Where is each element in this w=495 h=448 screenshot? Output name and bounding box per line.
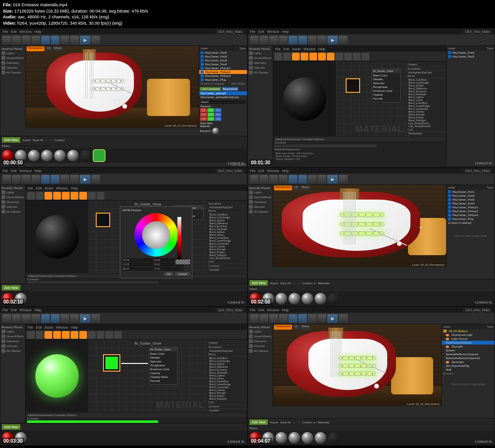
material-preview[interactable] <box>273 61 336 136</box>
mat-mobile-stats-button[interactable] <box>362 53 369 60</box>
source-control-button[interactable] <box>12 36 21 44</box>
outliner-item[interactable]: RayCaster_Fret1 <box>199 51 247 55</box>
mat-apply-button[interactable] <box>292 53 300 60</box>
outliner-item[interactable]: RayCaster_Plug <box>199 78 247 82</box>
cp-cancel-button[interactable]: Cancel <box>175 272 190 276</box>
lit-button[interactable]: Lit <box>45 46 51 51</box>
material-thumb[interactable] <box>28 150 40 161</box>
menu-help[interactable]: Help <box>34 30 41 33</box>
outliner-item[interactable]: RayCaster_Pickup2 <box>199 70 247 74</box>
blueprints-button[interactable] <box>51 36 59 44</box>
type-header[interactable]: Type <box>239 47 246 50</box>
search-details[interactable]: Search <box>200 100 246 104</box>
filters-button[interactable]: Filters <box>2 145 10 147</box>
menu-bar: File Edit Window Help <box>0 29 247 34</box>
content-path[interactable]: Content <box>55 139 65 142</box>
material-thumb[interactable] <box>54 150 66 161</box>
save-button[interactable] <box>2 36 11 44</box>
placer-all[interactable]: All Classes <box>1 70 24 75</box>
frame-3: FileEditWindowHelp UE4_Intro_Mats ▶ Rece… <box>0 167 248 306</box>
placer-lights[interactable]: Lights <box>1 51 24 56</box>
material-thumb[interactable] <box>67 150 79 161</box>
menu-window[interactable]: Window <box>19 30 31 33</box>
video-value: h264, yuv420p, 1280x720, 340 kb/s, 30,00… <box>17 21 122 26</box>
const3vector-green[interactable] <box>103 354 120 372</box>
selected-component[interactable]: RayCaster_pickup3 <box>199 91 247 95</box>
mat-findincb-button[interactable] <box>283 53 291 60</box>
mat-connectors-button[interactable] <box>327 53 335 60</box>
mat-stats-button[interactable] <box>353 53 361 60</box>
frame-1: File Edit Window Help UE4_Intro_Mats ▶ R… <box>0 28 248 167</box>
level-info: Level: 04_01 (Persistent) <box>164 124 197 127</box>
placer-geometry[interactable]: Geometry <box>1 60 24 65</box>
cinematics-button[interactable] <box>60 36 69 44</box>
import-button[interactable]: Import <box>22 139 30 142</box>
color-wheel[interactable] <box>134 213 178 257</box>
show-button[interactable]: Show <box>53 46 63 51</box>
level-viewport[interactable]: Perspective Lit Show <box>26 46 199 128</box>
color-preview <box>175 260 190 264</box>
child-component[interactable]: RayCaster_pickup3(Instance) <box>199 95 247 99</box>
settings-button[interactable] <box>41 36 50 44</box>
material-palette: Category Atmosphere AtmosphericFogColor … <box>407 61 446 136</box>
view-options[interactable]: View Options <box>232 82 246 85</box>
place-actors-panel: Recently Placed Lights Visual Effects Ge… <box>248 46 273 167</box>
cp-g[interactable]: G 0.0 <box>122 262 153 266</box>
blueprint-button[interactable]: Blueprint/Add <box>222 87 238 91</box>
mat-cleanup-button[interactable] <box>318 53 326 60</box>
world-outliner: LabelType RayCaster_Fret1 RayCaster_Fret… <box>446 46 495 167</box>
cp-srgb[interactable]: sRGB Preview <box>122 209 190 212</box>
cp-b[interactable]: B 0.0 <box>122 267 153 271</box>
add-component-button[interactable]: + Add Component <box>200 87 221 91</box>
frame-5: FileEditWindowHelp UE4_Intro_Mats ▶ Rece… <box>0 306 248 446</box>
tab-title[interactable]: UE4_Intro_Mats <box>463 29 492 34</box>
outliner-item[interactable]: RayCaster_Fret4 <box>199 62 247 66</box>
transform-section[interactable]: Transform <box>200 105 246 108</box>
menu-edit[interactable]: Edit <box>11 30 16 33</box>
mat-save-button[interactable] <box>275 53 282 60</box>
menu-file[interactable]: File <box>2 30 8 33</box>
material-thumb[interactable] <box>80 150 92 161</box>
placer-volumes[interactable]: Volumes <box>1 65 24 70</box>
perspective-button[interactable]: Perspective <box>27 46 44 51</box>
material-graph[interactable]: M_Guitar_Glow Base Color Metallic Specul… <box>336 61 407 136</box>
label-header[interactable]: Label <box>201 47 208 50</box>
launch-button[interactable] <box>91 36 100 44</box>
placer-vfx[interactable]: Visual Effects <box>1 56 24 60</box>
add-new-button[interactable]: Add New <box>2 137 20 143</box>
material-thumb[interactable] <box>41 150 53 161</box>
light-icon <box>446 361 449 363</box>
save-all-button[interactable]: Save All <box>32 139 43 142</box>
tab-title[interactable]: UE4_Intro_Mats <box>216 29 244 34</box>
content-button[interactable] <box>22 36 30 44</box>
cp-v[interactable]: V 0.0 <box>153 267 184 271</box>
outliner-item[interactable]: RayCaster_Fret3 <box>199 58 247 62</box>
outliner-item[interactable]: RayCaster_Pickup3 <box>199 74 247 78</box>
mat-live-nodes-button[interactable] <box>344 53 352 60</box>
build-button[interactable] <box>70 36 79 44</box>
cp-r[interactable]: R 0.0 <box>122 258 153 262</box>
outliner-item[interactable]: RayCaster_Fret2 <box>199 55 247 58</box>
frame-6: FileEditWindowHelp UE4_Intro_Mats ▶ Rece… <box>248 306 495 446</box>
play-button[interactable]: ▶ <box>80 36 90 44</box>
preview-sphere-green <box>35 354 79 398</box>
mat-live-preview-button[interactable] <box>335 53 343 60</box>
file-name: 018 Emissive materials.mp4 <box>13 2 68 7</box>
audio-value: aac, 48000 Hz, 2 channels, s16, 128 kb/s… <box>18 14 109 19</box>
light-icon <box>446 334 449 336</box>
details-header[interactable]: Material Expression Constant 3Vector <box>275 137 445 141</box>
material-thumb-selected[interactable] <box>93 150 105 161</box>
const3vector-node[interactable] <box>346 78 360 93</box>
material-output-node[interactable]: M_Guitar_Glow Base Color Metallic Specul… <box>372 69 401 102</box>
size-value: 17126329 bytes (16,33 MiB), duration: 00… <box>15 9 148 14</box>
mat-search-button[interactable] <box>301 53 308 60</box>
value-strip[interactable] <box>177 217 181 260</box>
outliner-item[interactable]: RayCaster_Pickup1 <box>199 66 247 70</box>
cp-ok-button[interactable]: OK <box>164 272 174 276</box>
const3vector-node[interactable] <box>96 213 110 227</box>
search-input[interactable] <box>12 145 50 146</box>
mat-home-button[interactable] <box>309 53 317 60</box>
marketplace-button[interactable] <box>31 36 40 44</box>
main-toolbar: ▶ <box>0 34 247 46</box>
recently-placed-label: Recently Placed <box>1 47 24 51</box>
